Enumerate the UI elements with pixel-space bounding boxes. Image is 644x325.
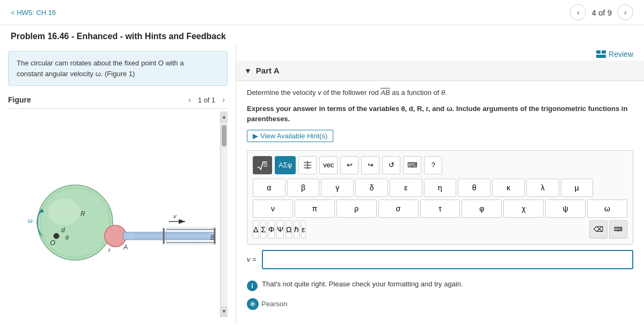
greek-row3-container: Δ Σ Φ Ψ Ω ℏ ε ⌫ ⌨ bbox=[253, 220, 627, 239]
greek-alpha[interactable]: α bbox=[253, 179, 286, 197]
greek-mu[interactable]: μ bbox=[561, 179, 594, 197]
kb-sqrt-button[interactable] bbox=[253, 156, 272, 174]
svg-point-4 bbox=[54, 233, 59, 239]
scroll-up-arrow[interactable]: ▲ bbox=[221, 112, 228, 122]
greek-beta[interactable]: β bbox=[287, 179, 320, 197]
kb-help-button[interactable]: ? bbox=[424, 156, 442, 174]
pearson-label: Pearson bbox=[261, 300, 287, 308]
hint-label: View Available Hint(s) bbox=[260, 132, 327, 140]
nav-controls: ‹ 4 of 9 › bbox=[570, 4, 633, 20]
kb-greek-label: AΣφ bbox=[279, 161, 292, 169]
greek-row1: α β γ δ ε η θ κ λ μ bbox=[253, 179, 627, 197]
hint-button[interactable]: ▶ View Available Hint(s) bbox=[247, 130, 333, 142]
greek-sigma-lower[interactable]: σ bbox=[378, 200, 419, 218]
figure-next-button[interactable]: › bbox=[219, 94, 228, 105]
greek-tau[interactable]: τ bbox=[420, 200, 460, 218]
feedback-icon: i bbox=[247, 280, 258, 291]
question-bold: Express your answer in terms of the vari… bbox=[247, 104, 633, 124]
kb-greek-button[interactable]: AΣφ bbox=[275, 156, 296, 174]
right-panel: Review ▼ Part A Determine the velocity v… bbox=[236, 46, 644, 322]
part-label: Part A bbox=[256, 66, 280, 75]
greek-rho[interactable]: ρ bbox=[336, 200, 377, 218]
scroll-thumb bbox=[222, 125, 226, 146]
greek-psi-upper[interactable]: Ψ bbox=[276, 220, 284, 239]
sqrt-icon bbox=[257, 160, 268, 171]
answer-label: v = bbox=[247, 255, 257, 263]
svg-text:ω: ω bbox=[28, 217, 33, 224]
greek-varepsilon[interactable]: ε bbox=[301, 220, 305, 239]
greek-gamma[interactable]: γ bbox=[321, 179, 354, 197]
greek-row2: ν π ρ σ τ φ χ ψ ω bbox=[253, 200, 627, 218]
greek-lambda[interactable]: λ bbox=[526, 179, 559, 197]
svg-text:O: O bbox=[50, 239, 55, 247]
next-problem-button[interactable]: › bbox=[617, 4, 633, 20]
svg-rect-13 bbox=[134, 233, 209, 235]
review-label: Review bbox=[609, 50, 633, 58]
greek-theta-lower[interactable]: θ bbox=[458, 179, 491, 197]
scroll-down-arrow[interactable]: ▼ bbox=[221, 306, 228, 317]
pearson-logo-icon: P bbox=[250, 301, 256, 307]
svg-rect-28 bbox=[596, 55, 606, 58]
review-icon bbox=[596, 50, 606, 58]
kb-keyboard-icon-button[interactable]: ⌨ bbox=[403, 156, 421, 174]
greek-nu[interactable]: ν bbox=[253, 200, 293, 218]
refresh-icon: ↺ bbox=[389, 161, 394, 169]
problem-text-line2: constant angular velocity ω. (Figure 1) bbox=[17, 70, 135, 78]
page-count: 4 of 9 bbox=[591, 8, 612, 17]
kb-redo-button[interactable]: ↪ bbox=[361, 156, 379, 174]
svg-point-3 bbox=[48, 198, 80, 225]
svg-marker-35 bbox=[306, 161, 309, 163]
greek-omega-lower[interactable]: ω bbox=[587, 200, 627, 218]
help-icon: ? bbox=[431, 161, 435, 169]
greek-omega-upper[interactable]: Ω bbox=[286, 220, 292, 239]
greek-epsilon[interactable]: ε bbox=[390, 179, 422, 197]
math-keyboard: AΣφ vec bbox=[247, 150, 633, 245]
hint-arrow-icon: ▶ bbox=[253, 132, 258, 140]
kb-show-keyboard-button[interactable]: ⌨ bbox=[609, 220, 627, 239]
greek-kappa[interactable]: κ bbox=[492, 179, 525, 197]
problem-text-line1: The circular cam rotates about the fixed… bbox=[17, 59, 184, 67]
greek-phi-upper[interactable]: Φ bbox=[268, 220, 275, 239]
greek-hbar[interactable]: ℏ bbox=[294, 220, 299, 239]
greek-delta-lower[interactable]: δ bbox=[355, 179, 388, 197]
svg-text:P: P bbox=[251, 302, 254, 307]
greek-phi-lower[interactable]: φ bbox=[462, 200, 502, 218]
svg-point-11 bbox=[105, 225, 126, 247]
greek-psi-lower[interactable]: ψ bbox=[545, 200, 586, 218]
svg-rect-14 bbox=[134, 237, 209, 239]
prev-problem-button[interactable]: ‹ bbox=[570, 4, 586, 20]
part-section: ▼ Part A bbox=[236, 61, 644, 81]
figure-title: Figure bbox=[8, 95, 31, 104]
figure-prev-button[interactable]: ‹ bbox=[186, 94, 194, 105]
breadcrumb-link[interactable]: < HW5: CH 16 bbox=[11, 9, 56, 17]
answer-input[interactable] bbox=[262, 250, 633, 269]
figure-header: Figure ‹ 1 of 1 › bbox=[8, 91, 228, 109]
kb-matrix-button[interactable] bbox=[298, 156, 317, 174]
part-header[interactable]: ▼ Part A bbox=[236, 61, 644, 80]
greek-pi[interactable]: π bbox=[295, 200, 335, 218]
problem-statement: The circular cam rotates about the fixed… bbox=[8, 51, 228, 86]
figure-scrollbar[interactable]: ▲ ▼ bbox=[220, 112, 228, 317]
figure-nav: ‹ 1 of 1 › bbox=[186, 94, 228, 105]
kb-vec-button[interactable]: vec bbox=[319, 156, 338, 174]
greek-eta[interactable]: η bbox=[424, 179, 457, 197]
svg-marker-36 bbox=[306, 167, 309, 169]
pearson-logo: P bbox=[247, 298, 259, 310]
figure-section: Figure ‹ 1 of 1 › bbox=[8, 91, 228, 317]
problem-title: Problem 16.46 - Enhanced - with Hints an… bbox=[0, 25, 644, 46]
svg-rect-30 bbox=[264, 164, 267, 166]
figure-diagram: O ω R d θ bbox=[16, 153, 220, 276]
greek-delta-upper[interactable]: Δ bbox=[253, 220, 259, 239]
kb-backspace-button[interactable]: ⌫ bbox=[589, 220, 608, 239]
main-layout: The circular cam rotates about the fixed… bbox=[0, 46, 644, 322]
kb-refresh-button[interactable]: ↺ bbox=[382, 156, 400, 174]
svg-text:d: d bbox=[61, 226, 65, 234]
svg-text:R: R bbox=[80, 210, 85, 218]
undo-icon: ↩ bbox=[347, 161, 353, 169]
kb-undo-button[interactable]: ↩ bbox=[340, 156, 358, 174]
feedback-text: That's not quite right. Please check you… bbox=[262, 280, 463, 288]
review-button[interactable]: Review bbox=[596, 50, 633, 58]
greek-chi[interactable]: χ bbox=[503, 200, 544, 218]
review-area: Review bbox=[236, 46, 644, 61]
greek-sigma-upper[interactable]: Σ bbox=[260, 220, 266, 239]
